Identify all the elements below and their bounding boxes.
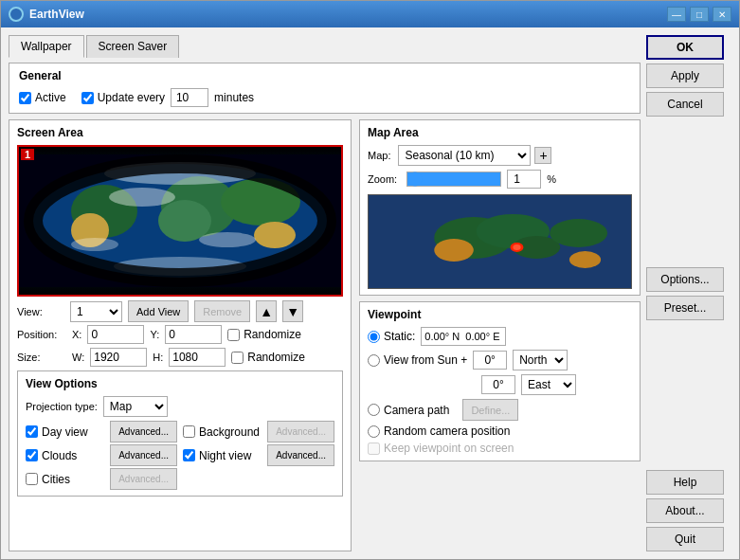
camera-path-radio-label[interactable]: Camera path — [368, 404, 449, 417]
camera-path-radio[interactable] — [368, 404, 380, 416]
keep-viewpoint-label[interactable]: Keep viewpoint on screen — [368, 442, 514, 455]
window-title: EarthView — [29, 8, 661, 21]
tab-wallpaper[interactable]: Wallpaper — [9, 35, 84, 58]
svg-point-7 — [254, 222, 296, 248]
clouds-checkbox[interactable] — [26, 449, 38, 461]
tab-screensaver[interactable]: Screen Saver — [86, 35, 180, 58]
zoom-value[interactable] — [507, 170, 541, 189]
cities-label: Cities — [42, 473, 70, 486]
view-options-title: View Options — [26, 377, 334, 390]
view-select[interactable]: 1 — [70, 301, 122, 322]
north-select[interactable]: North — [513, 350, 568, 370]
update-checkbox-label[interactable]: Update every — [81, 91, 165, 104]
svg-point-20 — [569, 251, 601, 268]
night-advanced-button[interactable]: Advanced... — [267, 444, 334, 466]
projection-label: Projection type: — [26, 401, 98, 412]
close-button[interactable]: ✕ — [713, 7, 731, 22]
y-input[interactable] — [165, 325, 222, 344]
update-interval-input[interactable] — [171, 88, 208, 107]
maximize-button[interactable]: □ — [690, 7, 709, 22]
sun-radio[interactable] — [368, 354, 380, 367]
static-radio-label[interactable]: Static: — [368, 330, 415, 343]
east-value-input[interactable] — [481, 375, 515, 394]
sun-radio-label[interactable]: View from Sun + — [368, 353, 467, 367]
apply-button[interactable]: Apply — [646, 63, 724, 88]
day-advanced-button[interactable]: Advanced... — [110, 421, 177, 443]
viewpoint-title: Viewpoint — [368, 308, 632, 321]
map-select[interactable]: Seasonal (10 km) — [398, 145, 531, 166]
camera-path-label: Camera path — [384, 404, 449, 417]
add-view-button[interactable]: Add View — [128, 300, 189, 322]
active-checkbox[interactable] — [19, 92, 31, 104]
tab-bar: Wallpaper Screen Saver — [9, 35, 641, 58]
day-view-checkbox-label[interactable]: Day view — [26, 425, 88, 439]
clouds-checkbox-label[interactable]: Clouds — [26, 449, 77, 462]
cities-row: Cities Advanced... — [26, 468, 177, 490]
night-view-checkbox[interactable] — [183, 449, 195, 461]
background-advanced-button[interactable]: Advanced... — [267, 421, 334, 443]
app-icon — [9, 7, 24, 22]
add-map-button[interactable]: + — [534, 147, 551, 164]
random-radio[interactable] — [368, 425, 380, 438]
cancel-button[interactable]: Cancel — [646, 92, 724, 117]
zoom-slider[interactable] — [406, 172, 501, 187]
clouds-row: Clouds Advanced... — [26, 444, 177, 466]
background-checkbox-label[interactable]: Background — [183, 425, 260, 439]
day-view-row: Day view Advanced... — [26, 421, 177, 443]
move-down-button[interactable]: ▼ — [282, 300, 303, 322]
ok-button[interactable]: OK — [646, 35, 724, 60]
cities-checkbox-label[interactable]: Cities — [26, 473, 70, 486]
screen-number: 1 — [21, 149, 34, 160]
active-checkbox-label[interactable]: Active — [19, 91, 66, 104]
svg-point-11 — [199, 232, 256, 247]
zoom-percent: % — [547, 173, 556, 185]
quit-button[interactable]: Quit — [646, 527, 724, 551]
options-button[interactable]: Options... — [646, 267, 724, 292]
move-up-button[interactable]: ▲ — [256, 300, 277, 322]
define-button[interactable]: Define... — [462, 399, 518, 421]
preset-button[interactable]: Preset... — [646, 296, 724, 320]
clouds-advanced-button[interactable]: Advanced... — [110, 444, 177, 466]
keep-viewpoint-checkbox[interactable] — [368, 443, 380, 455]
h-input[interactable] — [169, 348, 226, 367]
screen-area-title: Screen Area — [17, 126, 343, 139]
randomize1-checkbox[interactable] — [227, 329, 240, 341]
east-select[interactable]: East — [521, 374, 576, 395]
map-label: Map: — [368, 150, 390, 161]
about-button[interactable]: About... — [646, 498, 724, 523]
w-input[interactable] — [90, 348, 147, 367]
earth-svg — [19, 154, 341, 287]
remove-button[interactable]: Remove — [194, 300, 250, 322]
night-view-row: Night view Advanced... — [183, 444, 334, 466]
help-button[interactable]: Help — [646, 470, 724, 495]
h-label: H: — [153, 352, 163, 363]
view-label: View: — [17, 306, 64, 317]
randomize2-label[interactable]: Randomize — [231, 351, 305, 364]
cities-advanced-button[interactable]: Advanced... — [110, 468, 177, 490]
projection-select[interactable]: Map — [103, 396, 168, 417]
cities-checkbox[interactable] — [26, 473, 38, 485]
random-radio-label[interactable]: Random camera position — [368, 425, 510, 438]
minimize-button[interactable]: — — [667, 7, 686, 22]
day-view-checkbox[interactable] — [26, 425, 38, 438]
static-label: Static: — [384, 330, 415, 343]
update-checkbox[interactable] — [81, 92, 94, 104]
sun-label: View from Sun + — [384, 353, 467, 367]
random-label: Random camera position — [384, 425, 510, 438]
map-area-title: Map Area — [368, 126, 632, 139]
randomize1-label[interactable]: Randomize — [227, 328, 301, 341]
svg-point-16 — [434, 239, 474, 262]
keep-label: Keep viewpoint on screen — [384, 442, 514, 455]
randomize2-checkbox[interactable] — [231, 352, 244, 364]
sun-value-input[interactable] — [473, 351, 507, 370]
x-input[interactable] — [87, 325, 144, 344]
general-title: General — [19, 69, 630, 82]
static-value-input[interactable] — [421, 327, 506, 346]
mini-map-svg — [369, 195, 631, 289]
x-label: X: — [72, 329, 81, 340]
static-radio[interactable] — [368, 331, 380, 343]
title-bar: EarthView — □ ✕ — [1, 1, 739, 27]
minutes-label: minutes — [214, 91, 254, 104]
night-view-checkbox-label[interactable]: Night view — [183, 449, 251, 462]
background-checkbox[interactable] — [183, 425, 195, 438]
